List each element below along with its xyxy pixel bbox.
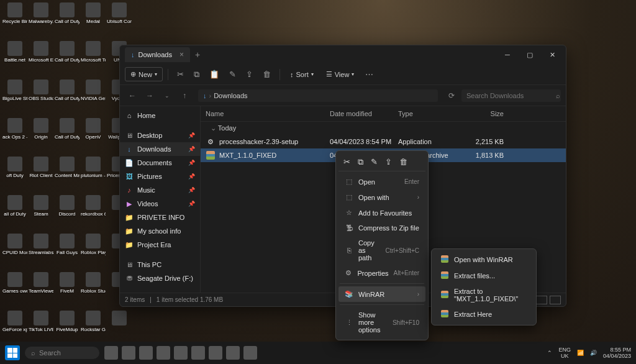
tray-chevron-icon[interactable]: ⌃ xyxy=(547,350,552,356)
close-button[interactable]: ✕ xyxy=(541,46,563,63)
desktop-icon[interactable]: CPUID Monitor xyxy=(2,234,27,261)
search-icon[interactable]: ⌕ xyxy=(556,92,560,99)
desktop-icon[interactable]: Call of Duty Modern ... xyxy=(55,118,80,145)
view-button[interactable]: ☰ View ▾ xyxy=(321,68,360,81)
search-box[interactable]: ⌕ xyxy=(461,89,561,102)
context-menu-item[interactable]: ☆Add to Favourites xyxy=(338,205,425,221)
col-size[interactable]: Size xyxy=(460,110,504,117)
rename-icon[interactable]: ✎ xyxy=(225,67,240,81)
taskbar-app[interactable] xyxy=(174,346,188,360)
share-icon[interactable]: ⇪ xyxy=(242,67,257,81)
desktop-icon[interactable]: Ubisoft Connect xyxy=(107,2,132,30)
desktop-icon[interactable]: TeamViewer xyxy=(29,272,53,299)
desktop-icon[interactable]: plutonium - Shortcut xyxy=(81,157,106,184)
desktop-icon[interactable]: ack Ops 2 - SC Studio xyxy=(2,118,27,145)
back-button[interactable]: ← xyxy=(125,88,140,103)
new-tab-button[interactable]: + xyxy=(195,50,200,60)
desktop-icon[interactable]: Discord xyxy=(55,195,80,222)
delete-icon[interactable]: 🗑 xyxy=(259,67,275,81)
taskbar-app[interactable] xyxy=(157,346,170,360)
clock[interactable]: 8:55 PM 04/04/2023 xyxy=(603,347,631,359)
file-list-header[interactable]: Name Date modified Type Size xyxy=(201,106,566,122)
desktop-icon[interactable]: Riot Client xyxy=(29,157,53,184)
desktop-icon[interactable]: GeForce xperience xyxy=(2,311,27,338)
copy-icon[interactable]: ⧉ xyxy=(358,157,363,167)
wifi-icon[interactable]: 📶 xyxy=(577,350,584,356)
breadcrumb-downloads[interactable]: Downloads xyxy=(214,92,247,99)
taskbar-app[interactable] xyxy=(209,346,222,360)
desktop-icon[interactable]: Roblox Player xyxy=(81,234,106,261)
winrar-submenu-item[interactable]: Extract Here xyxy=(434,306,534,322)
context-menu-item[interactable]: ⬚OpenEnter xyxy=(338,174,425,189)
paste-icon[interactable]: 📋 xyxy=(206,67,223,81)
cut-icon[interactable]: ✂ xyxy=(173,67,188,81)
context-menu-item[interactable]: ⚙PropertiesAlt+Enter xyxy=(338,265,425,281)
desktop-icon[interactable]: Malwareby... xyxy=(29,2,53,30)
sidebar-thispc[interactable]: 🖥 This PC xyxy=(120,258,200,271)
context-menu-item[interactable]: ⎘Copy as pathCtrl+Shift+C xyxy=(338,235,425,265)
large-icons-view-button[interactable] xyxy=(550,296,561,304)
taskbar-app[interactable] xyxy=(243,346,257,360)
new-button[interactable]: ⊕ New ▾ xyxy=(125,67,163,81)
details-view-button[interactable] xyxy=(536,296,547,304)
sidebar-item-privete-info[interactable]: 📁PRIVETE INFO xyxy=(120,211,200,224)
file-group-today[interactable]: Today xyxy=(201,122,566,135)
start-button[interactable] xyxy=(5,345,20,360)
desktop-icon[interactable]: Streamlabs Desktop xyxy=(29,234,53,261)
tab-close-icon[interactable]: × xyxy=(179,50,184,59)
sidebar-home[interactable]: ⌂ Home xyxy=(120,109,200,122)
search-input[interactable] xyxy=(466,92,552,99)
minimize-button[interactable]: ─ xyxy=(496,46,519,63)
col-date[interactable]: Date modified xyxy=(330,110,398,117)
more-icon[interactable]: ⋯ xyxy=(361,67,377,81)
taskbar-app[interactable] xyxy=(226,346,240,360)
forward-button[interactable]: → xyxy=(142,88,157,103)
col-type[interactable]: Type xyxy=(398,110,460,117)
up-button[interactable]: ↑ xyxy=(177,88,192,103)
sidebar-item-pictures[interactable]: 🖼Pictures📌 xyxy=(120,170,200,183)
sidebar-seagate[interactable]: ⛃ Seagate Drive (F:) xyxy=(120,271,200,285)
desktop-icon[interactable]: FiveMdup xyxy=(55,311,80,338)
desktop-icon[interactable]: Roblox Studio xyxy=(81,272,106,299)
desktop-icon[interactable]: Recycle Bin xyxy=(2,2,27,30)
desktop-icon[interactable]: Battle.net xyxy=(2,41,27,68)
copy-icon[interactable]: ⧉ xyxy=(190,67,203,82)
desktop-icon[interactable]: all of Duty xyxy=(2,195,27,222)
desktop-icon[interactable]: Call of Duty Black Ops II xyxy=(55,41,80,68)
language-indicator[interactable]: ENG UK xyxy=(558,347,571,359)
desktop-icon[interactable]: TikTok LIVE Studio xyxy=(29,311,53,338)
desktop-icon[interactable]: BigoLive Streamer xyxy=(2,80,27,107)
winrar-submenu-item[interactable]: Extract to "MXT_1.1.0_FIXED\" xyxy=(434,284,534,306)
rename-icon[interactable]: ✎ xyxy=(371,157,378,167)
context-menu-item[interactable]: ⋮Show more optionsShift+F10 xyxy=(338,307,425,337)
desktop-icon[interactable]: OBS Studio xyxy=(29,80,53,107)
desktop-icon[interactable]: oft Duty xyxy=(2,157,27,184)
desktop-icon[interactable]: FiveM xyxy=(55,272,80,299)
file-row[interactable]: ⚙processhacker-2.39-setup04/04/2023 8:54… xyxy=(201,135,566,148)
sort-button[interactable]: ↕ Sort ▾ xyxy=(285,68,319,81)
taskbar-app[interactable] xyxy=(104,346,118,360)
sidebar-item-downloads[interactable]: ↓Downloads📌 xyxy=(120,142,200,156)
desktop-icon[interactable]: NVIDIA GeForc... xyxy=(81,80,106,107)
desktop-icon[interactable] xyxy=(107,311,132,338)
desktop-icon[interactable]: Steam xyxy=(29,195,53,222)
volume-icon[interactable]: 🔊 xyxy=(590,350,597,356)
chevron-down-icon[interactable]: ⌄ xyxy=(160,88,175,103)
desktop-icon[interactable]: rekordbox 6 xyxy=(81,195,106,222)
breadcrumb[interactable]: ↓ › Downloads xyxy=(198,89,438,102)
taskbar-app[interactable] xyxy=(139,346,153,360)
desktop-icon[interactable]: Call of Duty Black Ops III xyxy=(55,80,80,107)
taskbar-search[interactable]: ⌕ Search xyxy=(25,347,99,359)
taskbar-app[interactable] xyxy=(191,346,205,360)
sidebar-item-documents[interactable]: 📄Documents📌 xyxy=(120,156,200,170)
sidebar-item-my-school-info[interactable]: 📁My school info xyxy=(120,224,200,238)
sidebar-item-project-era[interactable]: 📁Project Era xyxy=(120,238,200,252)
desktop-icon[interactable]: Microsoft Edge xyxy=(29,41,53,68)
desktop-icon[interactable]: Medal xyxy=(81,2,106,30)
desktop-icon[interactable]: Origin xyxy=(29,118,53,145)
winrar-submenu-item[interactable]: Open with WinRAR xyxy=(434,252,534,268)
sidebar-item-desktop[interactable]: 🖥Desktop📌 xyxy=(120,129,200,142)
tab-downloads[interactable]: ↓ Downloads × xyxy=(125,47,190,62)
sidebar-item-music[interactable]: ♪Music📌 xyxy=(120,183,200,197)
maximize-button[interactable]: ▢ xyxy=(519,46,541,63)
